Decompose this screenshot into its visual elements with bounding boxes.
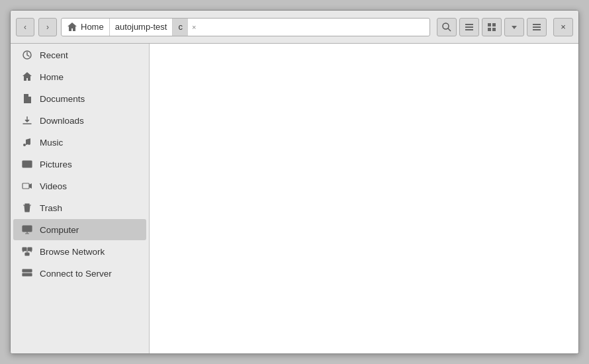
sidebar-item-home-label: Home [40, 72, 64, 82]
svg-point-0 [443, 23, 449, 29]
list-view-icon [464, 22, 475, 32]
svg-rect-8 [492, 28, 496, 31]
svg-rect-3 [465, 26, 473, 28]
toolbar-actions [437, 18, 547, 36]
toolbar: ‹ › Home autojump-test c × [11, 11, 578, 44]
home-icon [21, 71, 33, 83]
svg-point-14 [28, 142, 30, 145]
server-icon [21, 267, 33, 279]
sidebar-item-computer[interactable]: Computer [13, 219, 146, 240]
trash-icon [21, 202, 33, 214]
file-manager-window: ‹ › Home autojump-test c × [10, 10, 579, 354]
breadcrumb-autojump[interactable]: autojump-test [110, 19, 173, 36]
sidebar-item-trash[interactable]: Trash [13, 197, 146, 218]
back-button[interactable]: ‹ [16, 18, 34, 36]
close-icon: × [561, 22, 566, 32]
sort-icon [509, 22, 520, 32]
main-content [150, 44, 578, 353]
sidebar-item-connect-to-server[interactable]: Connect to Server [13, 263, 146, 284]
breadcrumb-home[interactable]: Home [62, 19, 110, 36]
search-button[interactable] [437, 18, 457, 36]
list-view-button[interactable] [459, 18, 479, 36]
close-button[interactable]: × [553, 18, 573, 36]
downloads-icon [21, 114, 33, 126]
svg-rect-6 [492, 23, 496, 26]
grid-view-icon [486, 22, 497, 32]
breadcrumb-autojump-label: autojump-test [115, 22, 167, 32]
sidebar-item-computer-label: Computer [40, 225, 79, 235]
search-icon [441, 22, 452, 32]
sidebar-item-music-label: Music [40, 138, 63, 148]
breadcrumb-c[interactable]: c [173, 19, 188, 36]
svg-rect-2 [465, 24, 473, 25]
sidebar-item-recent[interactable]: Recent [13, 44, 146, 66]
breadcrumb-bar: Home autojump-test c × [61, 18, 430, 36]
svg-rect-23 [25, 253, 29, 255]
sidebar-item-videos[interactable]: Videos [13, 175, 146, 197]
svg-line-1 [448, 28, 451, 31]
menu-icon [531, 22, 542, 32]
sort-button[interactable] [504, 18, 524, 36]
svg-rect-4 [465, 29, 473, 30]
svg-point-13 [23, 144, 26, 146]
browse-network-icon [21, 246, 33, 257]
sidebar-item-documents-label: Documents [40, 94, 85, 104]
sidebar-item-browse-network[interactable]: Browse Network [13, 241, 146, 262]
svg-rect-17 [23, 183, 29, 189]
breadcrumb-close-btn[interactable]: × [188, 19, 200, 36]
sidebar-item-music[interactable]: Music [13, 132, 146, 153]
svg-rect-9 [533, 24, 541, 25]
svg-rect-20 [23, 226, 32, 232]
sidebar-item-browse-network-label: Browse Network [40, 247, 105, 257]
menu-button[interactable] [527, 18, 547, 36]
svg-point-30 [30, 274, 31, 275]
sidebar-item-downloads[interactable]: Downloads [13, 110, 146, 131]
sidebar: Recent Home Documents D [11, 44, 150, 353]
music-icon [21, 136, 33, 148]
svg-rect-11 [533, 29, 541, 30]
sidebar-item-videos-label: Videos [40, 181, 67, 191]
pictures-icon [21, 158, 33, 170]
recent-icon [21, 49, 33, 61]
home-breadcrumb-icon [67, 22, 77, 32]
sidebar-item-pictures[interactable]: Pictures [13, 154, 146, 175]
sidebar-item-trash-label: Trash [40, 203, 62, 213]
svg-point-29 [30, 270, 31, 271]
svg-rect-10 [533, 26, 541, 28]
sidebar-item-recent-label: Recent [40, 50, 68, 60]
sidebar-item-documents[interactable]: Documents [13, 88, 146, 109]
breadcrumb-home-label: Home [81, 22, 104, 32]
sidebar-item-connect-to-server-label: Connect to Server [40, 269, 112, 279]
grid-view-button[interactable] [482, 18, 502, 36]
forward-button[interactable]: › [38, 18, 57, 36]
sidebar-item-home[interactable]: Home [13, 66, 146, 87]
breadcrumb-c-label: c [178, 22, 183, 32]
sidebar-item-downloads-label: Downloads [40, 116, 84, 126]
documents-icon [21, 93, 33, 105]
svg-rect-7 [488, 28, 491, 31]
computer-icon [21, 224, 33, 236]
videos-icon [21, 180, 33, 192]
body: Recent Home Documents D [11, 44, 578, 353]
sidebar-item-pictures-label: Pictures [40, 159, 72, 169]
svg-rect-5 [488, 23, 491, 26]
